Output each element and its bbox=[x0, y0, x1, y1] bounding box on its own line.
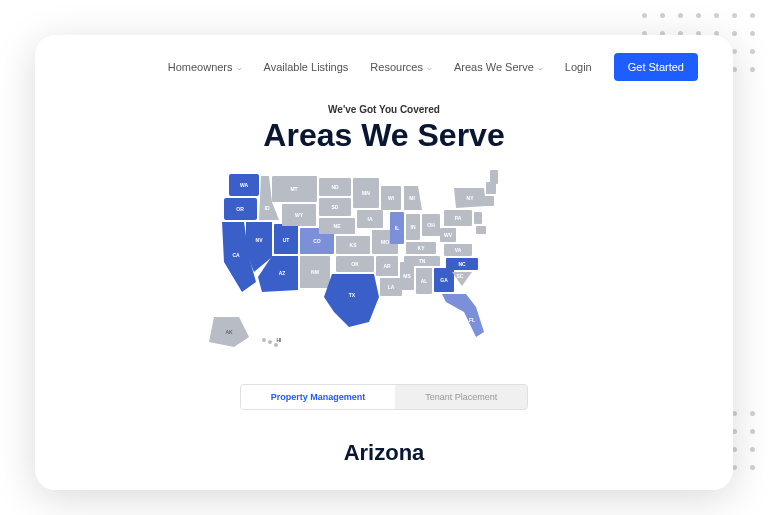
svg-text:WV: WV bbox=[444, 232, 453, 238]
svg-rect-81 bbox=[490, 170, 498, 184]
svg-text:MN: MN bbox=[362, 190, 370, 196]
svg-marker-32 bbox=[324, 274, 379, 327]
svg-text:LA: LA bbox=[388, 284, 395, 290]
top-navigation: Homeowners ⌵ Available Listings Resource… bbox=[35, 35, 733, 99]
selected-state-title: Arizona bbox=[35, 440, 733, 466]
svg-text:IN: IN bbox=[411, 224, 416, 230]
svg-text:MO: MO bbox=[381, 239, 389, 245]
svg-text:OH: OH bbox=[427, 222, 435, 228]
tab-tenant-placement[interactable]: Tenant Placement bbox=[395, 385, 527, 409]
service-tabs: Property Management Tenant Placement bbox=[35, 384, 733, 410]
nav-label: Resources bbox=[370, 61, 423, 73]
svg-text:MS: MS bbox=[403, 273, 411, 279]
svg-text:TX: TX bbox=[349, 292, 356, 298]
svg-text:SC: SC bbox=[457, 273, 464, 279]
svg-text:TN: TN bbox=[419, 258, 426, 264]
svg-point-86 bbox=[262, 338, 266, 342]
svg-text:AL: AL bbox=[421, 278, 428, 284]
svg-text:HI: HI bbox=[277, 337, 283, 343]
svg-text:GA: GA bbox=[440, 277, 448, 283]
chevron-down-icon: ⌵ bbox=[538, 63, 543, 72]
svg-text:IA: IA bbox=[368, 216, 373, 222]
us-map[interactable]: WA OR CA ID NV UT AZ MT WY CO NM ND SD N… bbox=[194, 162, 574, 372]
svg-marker-76 bbox=[442, 294, 484, 337]
svg-text:ND: ND bbox=[331, 184, 339, 190]
page-title: Areas We Serve bbox=[35, 117, 733, 154]
get-started-button[interactable]: Get Started bbox=[614, 53, 698, 81]
svg-text:UT: UT bbox=[283, 237, 290, 243]
nav-homeowners[interactable]: Homeowners ⌵ bbox=[168, 61, 242, 73]
svg-text:KS: KS bbox=[350, 242, 358, 248]
svg-text:OR: OR bbox=[236, 206, 244, 212]
svg-text:WY: WY bbox=[295, 212, 304, 218]
svg-text:AK: AK bbox=[225, 329, 233, 335]
svg-text:PA: PA bbox=[455, 215, 462, 221]
nav-resources[interactable]: Resources ⌵ bbox=[370, 61, 432, 73]
nav-label: Areas We Serve bbox=[454, 61, 534, 73]
tab-group: Property Management Tenant Placement bbox=[240, 384, 529, 410]
svg-point-88 bbox=[274, 343, 278, 347]
svg-text:CO: CO bbox=[313, 238, 321, 244]
svg-text:MI: MI bbox=[409, 195, 415, 201]
svg-point-87 bbox=[268, 340, 272, 344]
svg-text:FL: FL bbox=[469, 317, 475, 323]
hero-subtitle: We've Got You Covered bbox=[35, 104, 733, 115]
svg-text:NE: NE bbox=[334, 223, 342, 229]
nav-available-listings[interactable]: Available Listings bbox=[264, 61, 349, 73]
svg-text:OK: OK bbox=[351, 261, 359, 267]
svg-text:NV: NV bbox=[256, 237, 264, 243]
svg-rect-78 bbox=[474, 212, 482, 224]
svg-text:NM: NM bbox=[311, 269, 319, 275]
svg-text:SD: SD bbox=[332, 204, 339, 210]
main-card: Homeowners ⌵ Available Listings Resource… bbox=[35, 35, 733, 490]
login-link[interactable]: Login bbox=[565, 61, 592, 73]
chevron-down-icon: ⌵ bbox=[427, 63, 432, 72]
chevron-down-icon: ⌵ bbox=[237, 63, 242, 72]
svg-text:IL: IL bbox=[395, 225, 399, 231]
nav-label: Available Listings bbox=[264, 61, 349, 73]
svg-text:VA: VA bbox=[455, 247, 462, 253]
svg-text:ID: ID bbox=[265, 205, 270, 211]
tab-property-management[interactable]: Property Management bbox=[241, 385, 396, 409]
svg-text:AZ: AZ bbox=[279, 270, 286, 276]
svg-rect-82 bbox=[484, 196, 494, 206]
svg-text:MT: MT bbox=[290, 186, 297, 192]
nav-label: Homeowners bbox=[168, 61, 233, 73]
hero-content: We've Got You Covered Areas We Serve WA … bbox=[35, 99, 733, 471]
svg-text:WA: WA bbox=[240, 182, 248, 188]
nav-areas-we-serve[interactable]: Areas We Serve ⌵ bbox=[454, 61, 543, 73]
svg-text:NC: NC bbox=[458, 261, 466, 267]
svg-rect-79 bbox=[476, 226, 486, 234]
svg-text:AR: AR bbox=[383, 263, 391, 269]
svg-text:NY: NY bbox=[467, 195, 475, 201]
svg-text:WI: WI bbox=[388, 195, 395, 201]
svg-text:KY: KY bbox=[418, 245, 426, 251]
svg-text:CA: CA bbox=[232, 252, 240, 258]
